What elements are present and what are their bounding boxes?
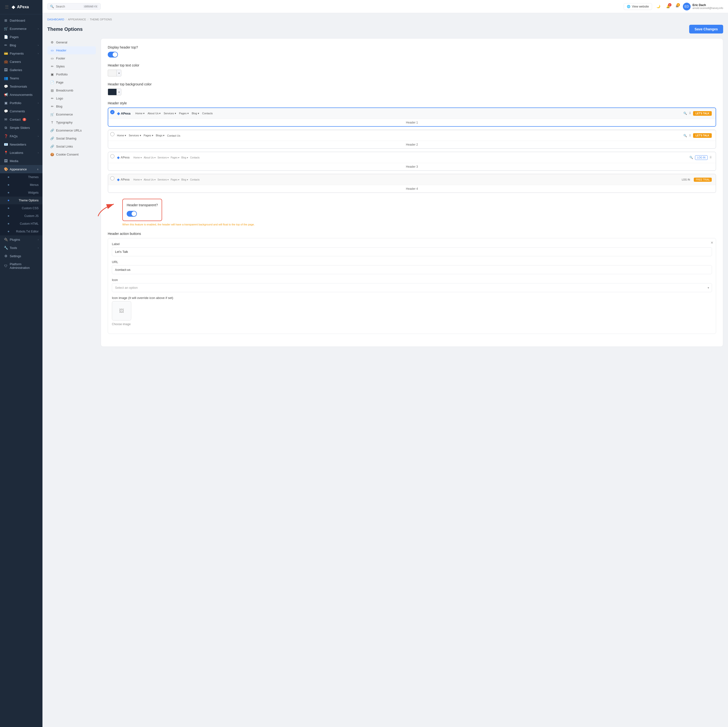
left-nav-general[interactable]: ⚙ General: [47, 38, 96, 46]
left-nav-cookie-consent[interactable]: 🍪 Cookie Consent: [47, 150, 96, 158]
label-input[interactable]: [112, 247, 712, 256]
sidebar-item-platform-admin[interactable]: 🛡Platform Administration: [0, 260, 43, 272]
sidebar-item-galleries[interactable]: 🖼Galleries: [0, 66, 43, 74]
icon-select[interactable]: Select an option: [112, 283, 712, 292]
sidebar-item-tools[interactable]: 🔧Tools ›: [0, 243, 43, 252]
sidebar-item-faqs[interactable]: ❓FAQs ›: [0, 132, 43, 140]
sidebar-item-newsletters[interactable]: 📧Newsletters: [0, 140, 43, 148]
color-dropdown-arrow[interactable]: ▾: [116, 70, 121, 77]
sidebar-item-portfolio[interactable]: ▣Portfolio ›: [0, 99, 43, 107]
sidebar-item-careers[interactable]: 💼Careers: [0, 58, 43, 66]
sidebar-submenu-themes[interactable]: Themes: [0, 173, 43, 181]
header-1-label: Header 1: [108, 119, 716, 126]
sidebar-item-simple-sliders[interactable]: ⧉Simple Sliders: [0, 124, 43, 132]
sidebar-item-blog[interactable]: ✏Blog ›: [0, 41, 43, 49]
blog-icon: ✏: [4, 43, 8, 47]
left-nav-blog[interactable]: ✏ Blog: [47, 103, 96, 110]
header-2-label: Header 2: [108, 141, 716, 148]
user-avatar-button[interactable]: ED Eric Dach arnold.oconnell@harvey.info: [683, 3, 723, 11]
left-nav-ecommerce[interactable]: 🛒 Ecommerce: [47, 110, 96, 118]
header-cta-h2[interactable]: LET'S TALK: [693, 133, 712, 138]
sidebar-submenu-widgets[interactable]: Widgets: [0, 189, 43, 197]
topbar-actions: 🌐 View website 🌙 🔔 0 ✉ 8 ED Eric Dach ar…: [624, 3, 723, 11]
user-name: Eric Dach: [693, 3, 723, 7]
footer-icon: ▭: [50, 57, 54, 60]
left-nav-social-links[interactable]: 🔗 Social Links: [47, 142, 96, 150]
sidebar-item-comments[interactable]: 💬Comments: [0, 107, 43, 115]
sidebar-submenu-menus[interactable]: Menus: [0, 181, 43, 189]
sidebar-submenu-custom-js[interactable]: Custom JS: [0, 212, 43, 220]
nav-link-about: About Us ▾: [148, 112, 161, 115]
left-nav-ecommerce-urls[interactable]: 🔗 Ecommerce URLs: [47, 126, 96, 135]
sidebar-item-contact[interactable]: ✉Contact8 ›: [0, 115, 43, 124]
sidebar-item-teams[interactable]: 👥Teams: [0, 74, 43, 82]
sidebar-item-appearance[interactable]: 🎨Appearance ∧: [0, 165, 43, 173]
search-shortcut: ctrl/cmd + k: [83, 5, 98, 8]
appearance-icon: 🎨: [4, 167, 8, 171]
notifications-button[interactable]: 🔔 0: [665, 3, 671, 10]
sidebar-item-dashboard[interactable]: ⊞Dashboard: [0, 16, 43, 24]
icon-image-upload[interactable]: 🖼: [112, 301, 131, 321]
left-nav-social-sharing[interactable]: 🔗 Social Sharing: [47, 135, 96, 142]
header-preview-3: ◆ APexa Home ▾ About Us ▾ Services ▾ Pag…: [108, 152, 716, 163]
sidebar-submenu-robots-txt[interactable]: Robots.Txt Editor: [0, 228, 43, 236]
typography-icon: T: [50, 121, 54, 124]
left-nav-footer[interactable]: ▭ Footer: [47, 54, 96, 62]
save-changes-button[interactable]: Save Changes: [689, 25, 723, 34]
header-cta-h1[interactable]: LET'S TALK: [693, 111, 712, 116]
dark-mode-toggle[interactable]: 🌙: [655, 3, 662, 10]
left-nav-styles[interactable]: ✏ Styles: [47, 62, 96, 70]
header-card-3[interactable]: ◆ APexa Home ▾ About Us ▾ Services ▾ Pag…: [108, 152, 716, 171]
left-nav-typography[interactable]: T Typography: [47, 118, 96, 126]
left-nav-breadcrumb[interactable]: ▤ Breadcrumb: [47, 86, 96, 94]
search-input[interactable]: [56, 5, 81, 8]
color-dropdown-arrow-2[interactable]: ▾: [116, 89, 121, 95]
left-nav-header[interactable]: ▭ Header: [47, 46, 96, 54]
submenu-dot: [8, 215, 9, 217]
header-login-h4: LOG IN: [680, 178, 692, 182]
header-text-color-picker[interactable]: ▾: [108, 70, 716, 77]
sidebar-item-announcements[interactable]: 📢Announcements: [0, 90, 43, 99]
left-nav-page[interactable]: 📄 Page: [47, 78, 96, 86]
left-nav-logo[interactable]: ✏ Logo: [47, 94, 96, 103]
sidebar-logo[interactable]: ☰ ◆ APexa: [0, 0, 43, 14]
sidebar-submenu-custom-css[interactable]: Custom CSS: [0, 204, 43, 212]
header-card-2[interactable]: Home ▾ Services ▾ Pages ▾ Blogs ▾ Contac…: [108, 130, 716, 149]
header-card-1[interactable]: ✓ ◆ APexa Home ▾ About Us ▾ Services ▾: [108, 107, 716, 127]
url-input[interactable]: [112, 265, 712, 274]
close-button[interactable]: ✕: [711, 241, 713, 245]
pages-icon: 📄: [4, 35, 8, 39]
display-header-toggle[interactable]: [108, 52, 118, 58]
search-bar[interactable]: 🔍 ctrl/cmd + k: [47, 3, 101, 10]
sidebar-item-media[interactable]: 🖼Media: [0, 157, 43, 165]
sidebar-item-payments[interactable]: 💳Payments ›: [0, 49, 43, 58]
hamburger-icon[interactable]: ☰: [4, 3, 10, 11]
header-transparent-toggle[interactable]: [127, 211, 137, 217]
message-badge: 8: [676, 3, 680, 6]
sidebar-item-pages[interactable]: 📄Pages: [0, 33, 43, 41]
view-website-button[interactable]: 🌐 View website: [624, 3, 652, 10]
sidebar-item-locations[interactable]: 📍Locations ›: [0, 148, 43, 157]
sidebar-submenu-custom-html[interactable]: Custom HTML: [0, 220, 43, 228]
social-sharing-icon: 🔗: [50, 136, 54, 140]
header-card-4[interactable]: ◆ APexa Home ▾ About Us ▾ Services ▾ Pag…: [108, 174, 716, 193]
faqs-icon: ❓: [4, 134, 8, 138]
left-nav-portfolio[interactable]: ▣ Portfolio: [47, 70, 96, 78]
sidebar-submenu-theme-options[interactable]: Theme Options: [0, 197, 43, 204]
user-info: Eric Dach arnold.oconnell@harvey.info: [693, 3, 723, 9]
submenu-dot: [8, 223, 9, 225]
header-style-label: Header style: [108, 101, 716, 105]
tools-icon: 🔧: [4, 246, 8, 250]
messages-button[interactable]: ✉ 8: [674, 3, 680, 10]
sidebar-item-testimonials[interactable]: 💬Testimonials: [0, 82, 43, 90]
contact-icon: ✉: [4, 118, 8, 121]
header-transparent-box: Header transparent?: [122, 199, 162, 221]
breadcrumb-dashboard[interactable]: DASHBOARD: [47, 18, 64, 21]
sidebar-item-plugins[interactable]: 🔌Plugins ›: [0, 236, 43, 243]
header-preview-4: ◆ APexa Home ▾ About Us ▾ Services ▾ Pag…: [108, 174, 716, 185]
header-free-trial-h4[interactable]: FREE TRIAL: [694, 178, 712, 182]
sidebar-item-settings[interactable]: ⚙Settings: [0, 252, 43, 260]
sidebar-item-ecommerce[interactable]: 🛒Ecommerce ›: [0, 24, 43, 33]
header-bg-color-picker[interactable]: ▾: [108, 89, 716, 95]
styles-icon: ✏: [50, 64, 54, 68]
